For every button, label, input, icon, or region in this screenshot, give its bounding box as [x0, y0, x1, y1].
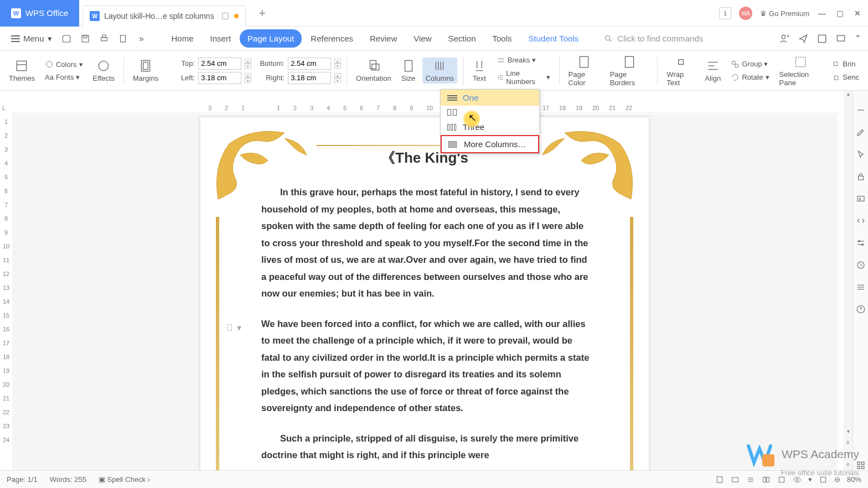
vertical-scrollbar[interactable]: ▴ ▾ ≡ ○ ≡	[844, 91, 852, 470]
more-columns-icon	[448, 141, 458, 148]
chevron-down-icon: ▾	[48, 34, 52, 44]
columns-more[interactable]: More Columns…	[441, 135, 539, 153]
user-add-icon[interactable]	[779, 33, 790, 44]
svg-rect-37	[732, 61, 735, 64]
top-spinner[interactable]: ▴▾	[245, 59, 251, 69]
tab-home[interactable]: Home	[164, 29, 202, 48]
bring-forward-button[interactable]: Brin	[828, 59, 862, 70]
text-direction-button[interactable]: Text	[469, 58, 490, 84]
svg-rect-40	[834, 62, 838, 66]
columns-one[interactable]: One	[441, 90, 539, 106]
go-premium-button[interactable]: ♛ Go Premium	[760, 9, 809, 18]
left-input[interactable]	[198, 72, 241, 84]
share-icon[interactable]	[798, 33, 809, 44]
command-search[interactable]: Click to find commands	[604, 34, 703, 43]
group-button[interactable]: Group▾	[727, 59, 772, 70]
menu-button[interactable]: Menu ▾	[7, 32, 56, 46]
view-print-icon[interactable]	[715, 475, 724, 484]
close-button[interactable]: ✕	[852, 9, 862, 18]
document-title: 《The King's	[200, 148, 649, 168]
hamburger-icon	[11, 35, 20, 42]
margins-button[interactable]: Margins	[130, 58, 162, 84]
tab-section[interactable]: Section	[440, 29, 483, 48]
window-count-badge[interactable]: 1	[719, 7, 731, 19]
tab-student-tools[interactable]: Student Tools	[521, 29, 587, 48]
fonts-button[interactable]: AaFonts▾	[42, 72, 86, 82]
columns-dropdown: One Three More Columns…	[440, 89, 540, 154]
maximize-button[interactable]: ▢	[835, 9, 845, 18]
reading-mode-icon[interactable]	[817, 33, 828, 44]
edit-icon[interactable]	[856, 127, 866, 137]
open-icon[interactable]	[61, 33, 72, 44]
wrap-text-button[interactable]: Wrap Text	[663, 54, 698, 88]
minimize-button[interactable]: —	[817, 9, 827, 18]
top-input[interactable]	[198, 58, 241, 70]
select-icon[interactable]	[856, 149, 866, 159]
size-button[interactable]: Size	[398, 58, 419, 84]
wps-logo-icon	[743, 440, 776, 468]
columns-three[interactable]: Three	[441, 119, 539, 135]
scroll-down-icon[interactable]: ▾	[844, 428, 852, 437]
unsaved-dot-icon	[234, 14, 239, 18]
user-avatar[interactable]: WA	[739, 7, 752, 20]
bottom-input[interactable]	[288, 58, 331, 70]
vertical-ruler[interactable]: 123456789101112131415161718192021222324	[0, 116, 12, 470]
horizontal-ruler[interactable]: 32112345678910171819202122	[12, 103, 852, 113]
tab-references[interactable]: References	[303, 29, 361, 48]
right-spinner[interactable]: ▴▾	[334, 73, 341, 83]
app-tab[interactable]: W WPS Office	[0, 0, 79, 27]
ruler-toggle-icon[interactable]	[856, 105, 866, 115]
view-reading-icon[interactable]	[762, 475, 771, 484]
word-count[interactable]: Words: 255	[50, 475, 86, 484]
more-icon[interactable]: »	[136, 33, 147, 44]
page[interactable]: 《The King's In this grave hour, perhaps …	[200, 117, 649, 470]
page-color-button[interactable]: Page Color	[565, 54, 603, 88]
tab-review[interactable]: Review	[362, 29, 405, 48]
history-icon[interactable]	[856, 260, 866, 270]
settings-icon[interactable]	[856, 238, 866, 248]
align-button[interactable]: Align	[701, 58, 724, 84]
svg-rect-11	[837, 35, 844, 41]
print-icon[interactable]	[99, 33, 110, 44]
tab-view[interactable]: View	[406, 29, 439, 48]
save-icon[interactable]	[80, 33, 91, 44]
left-label: Left:	[167, 74, 195, 82]
outline-icon[interactable]	[856, 282, 866, 292]
help-icon[interactable]	[856, 304, 866, 314]
print-preview-icon[interactable]	[117, 33, 128, 44]
paragraph-options-button[interactable]: ▾	[226, 322, 241, 333]
rotate-button[interactable]: Rotate▾	[727, 72, 772, 83]
tab-insert[interactable]: Insert	[203, 29, 239, 48]
columns-button[interactable]: Columns	[422, 58, 457, 84]
tab-tools[interactable]: Tools	[485, 29, 520, 48]
breaks-button[interactable]: Breaks▾	[493, 55, 554, 66]
send-backward-button[interactable]: Senc	[828, 72, 862, 83]
scroll-up-icon[interactable]: ▴	[844, 91, 852, 100]
selection-pane-button[interactable]: Selection Pane	[776, 54, 825, 88]
svg-rect-56	[861, 462, 864, 465]
page-count[interactable]: Page: 1/1	[7, 475, 38, 484]
columns-two[interactable]	[441, 106, 539, 119]
document-body[interactable]: In this grave hour, perhaps the most fat…	[261, 184, 593, 470]
collapse-ribbon-icon[interactable]: ⌃	[854, 33, 861, 44]
translate-icon[interactable]	[856, 194, 866, 204]
view-outline-icon[interactable]	[746, 475, 755, 484]
view-web-icon[interactable]	[731, 475, 740, 484]
new-tab-button[interactable]: +	[255, 6, 270, 21]
right-input[interactable]	[288, 72, 331, 84]
effects-button[interactable]: Effects	[90, 58, 118, 84]
orientation-button[interactable]: Orientation	[353, 58, 395, 84]
document-tab[interactable]: W Layout skill-Ho…e split columns	[82, 6, 245, 27]
tab-page-layout[interactable]: Page Layout	[240, 29, 302, 48]
themes-button[interactable]: Themes	[6, 58, 38, 84]
bottom-spinner[interactable]: ▴▾	[334, 59, 341, 69]
left-spinner[interactable]: ▴▾	[245, 73, 251, 83]
code-icon[interactable]	[856, 216, 866, 226]
comment-icon[interactable]	[835, 33, 846, 44]
colors-button[interactable]: Colors▾	[42, 59, 86, 70]
svg-rect-17	[143, 63, 148, 70]
line-numbers-button[interactable]: Line Numbers▾	[493, 68, 554, 87]
page-borders-button[interactable]: Page Borders	[607, 54, 652, 88]
spell-check[interactable]: ▣ Spell Check ›	[99, 475, 150, 484]
lock-icon[interactable]	[856, 172, 866, 181]
